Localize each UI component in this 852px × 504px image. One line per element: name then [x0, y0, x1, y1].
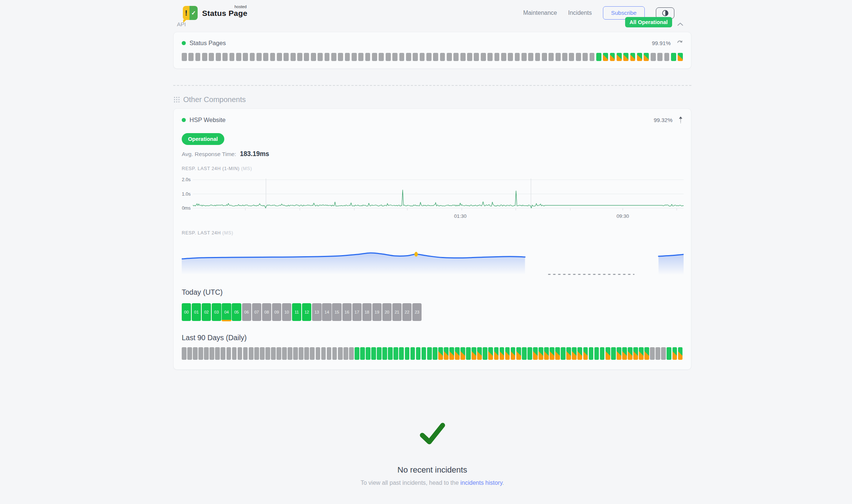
uptime-bar[interactable]: [590, 53, 595, 61]
uptime-bar[interactable]: [594, 347, 599, 360]
uptime-bar[interactable]: [406, 53, 411, 61]
uptime-bar[interactable]: [521, 53, 527, 61]
hour-block-23[interactable]: 23: [412, 303, 422, 321]
uptime-bar[interactable]: [572, 347, 577, 360]
hour-block-22[interactable]: 22: [402, 303, 412, 321]
uptime-bar[interactable]: [611, 347, 616, 360]
uptime-bar[interactable]: [426, 53, 432, 61]
uptime-bar[interactable]: [494, 53, 500, 61]
uptime-bar[interactable]: [304, 347, 309, 360]
nav-maintenance[interactable]: Maintenance: [523, 10, 557, 16]
uptime-bar[interactable]: [338, 347, 343, 360]
uptime-bar[interactable]: [644, 347, 649, 360]
uptime-bar[interactable]: [188, 53, 194, 61]
uptime-bar[interactable]: [633, 347, 638, 360]
uptime-bar[interactable]: [455, 347, 460, 360]
uptime-bar[interactable]: [628, 347, 633, 360]
uptime-bar[interactable]: [365, 53, 370, 61]
uptime-bar[interactable]: [371, 347, 376, 360]
uptime-bar[interactable]: [198, 347, 203, 360]
uptime-bar[interactable]: [444, 347, 449, 360]
uptime-bar[interactable]: [644, 53, 649, 61]
uptime-bar[interactable]: [358, 53, 363, 61]
incidents-history-link[interactable]: incidents history: [460, 480, 503, 486]
uptime-bar[interactable]: [349, 347, 354, 360]
overall-status-badge[interactable]: All Operational: [625, 17, 672, 27]
hour-block-10[interactable]: 10: [282, 303, 291, 321]
uptime-bar[interactable]: [460, 53, 466, 61]
uptime-bar[interactable]: [501, 53, 506, 61]
uptime-bar[interactable]: [596, 53, 601, 61]
uptime-bar[interactable]: [678, 53, 683, 61]
uptime-bar[interactable]: [256, 53, 262, 61]
uptime-bar[interactable]: [249, 347, 254, 360]
uptime-bar[interactable]: [282, 347, 287, 360]
uptime-bar[interactable]: [487, 53, 493, 61]
uptime-bar[interactable]: [539, 347, 543, 360]
uptime-bar[interactable]: [343, 347, 348, 360]
uptime-bar[interactable]: [270, 53, 275, 61]
hour-block-11[interactable]: 11: [292, 303, 301, 321]
uptime-bar[interactable]: [467, 53, 472, 61]
uptime-bar[interactable]: [516, 347, 521, 360]
uptime-bar[interactable]: [622, 347, 627, 360]
nav-incidents[interactable]: Incidents: [568, 10, 592, 16]
uptime-bar[interactable]: [405, 347, 410, 360]
uptime-bar[interactable]: [664, 53, 670, 61]
uptime-bar[interactable]: [413, 53, 418, 61]
uptime-bar[interactable]: [483, 347, 487, 360]
uptime-bar[interactable]: [433, 347, 437, 360]
uptime-bar[interactable]: [229, 53, 235, 61]
uptime-bar[interactable]: [650, 347, 655, 360]
uptime-bar[interactable]: [678, 347, 683, 360]
uptime-bar[interactable]: [265, 347, 270, 360]
hour-block-06[interactable]: 06: [242, 303, 251, 321]
uptime-bar[interactable]: [386, 53, 391, 61]
hour-block-19[interactable]: 19: [372, 303, 382, 321]
uptime-bar[interactable]: [472, 347, 476, 360]
hour-block-04[interactable]: 04: [222, 303, 231, 321]
uptime-bar[interactable]: [589, 347, 594, 360]
uptime-bar[interactable]: [667, 347, 671, 360]
uptime-bar[interactable]: [254, 347, 259, 360]
uptime-bar[interactable]: [505, 347, 510, 360]
uptime-bar[interactable]: [671, 53, 676, 61]
uptime-bar[interactable]: [549, 53, 554, 61]
uptime-bar[interactable]: [508, 53, 513, 61]
uptime-bar[interactable]: [623, 53, 628, 61]
uptime-bar[interactable]: [399, 53, 405, 61]
uptime-bar[interactable]: [561, 347, 566, 360]
uptime-bar[interactable]: [304, 53, 309, 61]
uptime-bar[interactable]: [630, 53, 635, 61]
uptime-bar[interactable]: [293, 347, 298, 360]
uptime-bar[interactable]: [355, 347, 359, 360]
uptime-bar[interactable]: [617, 53, 622, 61]
uptime-bar[interactable]: [410, 347, 415, 360]
collapse-chevron-up-icon[interactable]: [677, 23, 683, 26]
uptime-bar[interactable]: [382, 347, 387, 360]
uptime-bar[interactable]: [427, 347, 432, 360]
uptime-bar[interactable]: [583, 53, 588, 61]
hour-block-08[interactable]: 08: [262, 303, 271, 321]
uptime-bar[interactable]: [651, 53, 656, 61]
uptime-bar[interactable]: [243, 53, 248, 61]
hour-block-07[interactable]: 07: [252, 303, 261, 321]
uptime-bar[interactable]: [583, 347, 588, 360]
uptime-bar[interactable]: [416, 347, 421, 360]
uptime-bar[interactable]: [494, 347, 499, 360]
uptime-bar[interactable]: [311, 53, 316, 61]
uptime-bar[interactable]: [438, 347, 443, 360]
uptime-bar[interactable]: [447, 53, 452, 61]
uptime-bar[interactable]: [222, 53, 228, 61]
uptime-bar[interactable]: [577, 347, 582, 360]
hour-block-02[interactable]: 02: [202, 303, 211, 321]
uptime-bar[interactable]: [481, 53, 486, 61]
uptime-bar[interactable]: [284, 53, 289, 61]
uptime-bar[interactable]: [232, 347, 237, 360]
uptime-bar[interactable]: [533, 347, 538, 360]
uptime-bar[interactable]: [672, 347, 677, 360]
uptime-bar[interactable]: [515, 53, 520, 61]
uptime-bar[interactable]: [372, 53, 377, 61]
uptime-bar[interactable]: [388, 347, 393, 360]
uptime-bar[interactable]: [209, 53, 214, 61]
